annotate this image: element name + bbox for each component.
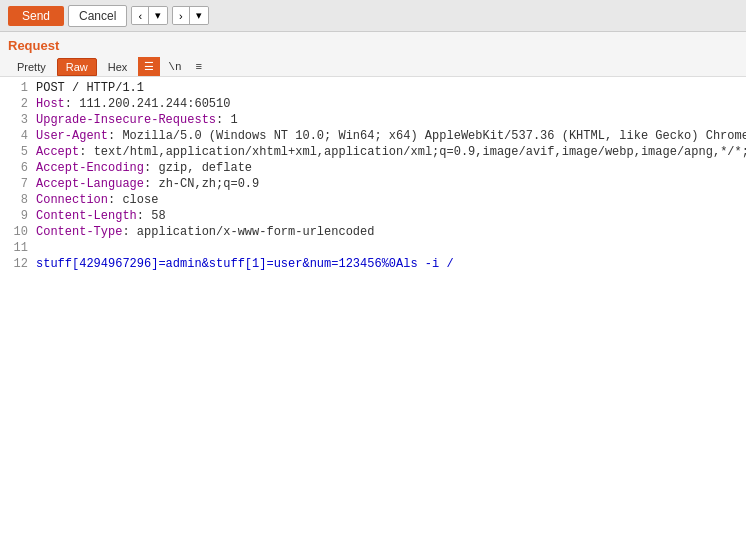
table-row: 9Content-Length: 58 [0, 209, 746, 225]
tab-request-filter-icon[interactable]: ☰ [138, 57, 160, 76]
request-tabs: Pretty Raw Hex ☰ \n ≡ [8, 57, 746, 76]
line-number: 12 [4, 257, 28, 273]
line-content: Host: 111.200.241.244:60510 [36, 97, 746, 113]
line-number: 3 [4, 113, 28, 129]
toolbar: Send Cancel ‹ ▾ › ▾ [0, 0, 746, 32]
table-row: 7Accept-Language: zh-CN,zh;q=0.9 [0, 177, 746, 193]
table-row: 1POST / HTTP/1.1 [0, 81, 746, 97]
line-number: 8 [4, 193, 28, 209]
table-row: 4User-Agent: Mozilla/5.0 (Windows NT 10.… [0, 129, 746, 145]
line-content: Content-Length: 58 [36, 209, 746, 225]
line-content: Accept-Language: zh-CN,zh;q=0.9 [36, 177, 746, 193]
line-content: Content-Type: application/x-www-form-url… [36, 225, 746, 241]
line-content: Accept: text/html,application/xhtml+xml,… [36, 145, 746, 161]
nav-up-button[interactable]: › [173, 7, 190, 24]
line-content: Upgrade-Insecure-Requests: 1 [36, 113, 746, 129]
line-content: POST / HTTP/1.1 [36, 81, 746, 97]
nav-down-button[interactable]: ▾ [190, 7, 208, 24]
request-content[interactable]: 1POST / HTTP/1.12Host: 111.200.241.244:6… [0, 77, 746, 559]
nav-back-button[interactable]: ‹ [132, 7, 149, 24]
tab-request-hex[interactable]: Hex [99, 58, 137, 76]
send-button[interactable]: Send [8, 6, 64, 26]
main-content: Request Pretty Raw Hex ☰ \n ≡ 1POST / HT… [0, 32, 746, 559]
tab-request-pretty[interactable]: Pretty [8, 58, 55, 76]
line-content: User-Agent: Mozilla/5.0 (Windows NT 10.0… [36, 129, 746, 145]
line-number: 10 [4, 225, 28, 241]
line-number: 6 [4, 161, 28, 177]
line-content: stuff[4294967296]=admin&stuff[1]=user&nu… [36, 257, 746, 273]
table-row: 11 [0, 241, 746, 257]
nav-back-fwd-group: ‹ ▾ [131, 6, 168, 25]
table-row: 8Connection: close [0, 193, 746, 209]
nav-fwd-button[interactable]: ▾ [149, 7, 167, 24]
table-row: 3Upgrade-Insecure-Requests: 1 [0, 113, 746, 129]
line-number: 4 [4, 129, 28, 145]
request-panel: Request Pretty Raw Hex ☰ \n ≡ 1POST / HT… [0, 32, 746, 559]
line-number: 9 [4, 209, 28, 225]
table-row: 6Accept-Encoding: gzip, deflate [0, 161, 746, 177]
line-content: Accept-Encoding: gzip, deflate [36, 161, 746, 177]
line-content [36, 241, 746, 257]
line-number: 2 [4, 97, 28, 113]
nav-up-down-group: › ▾ [172, 6, 209, 25]
line-number: 11 [4, 241, 28, 257]
table-row: 5Accept: text/html,application/xhtml+xml… [0, 145, 746, 161]
line-number: 7 [4, 177, 28, 193]
line-number: 1 [4, 81, 28, 97]
request-title: Request [8, 38, 746, 53]
table-row: 12stuff[4294967296]=admin&stuff[1]=user&… [0, 257, 746, 273]
line-content: Connection: close [36, 193, 746, 209]
tab-request-ln-icon[interactable]: \n [162, 58, 187, 76]
table-row: 2Host: 111.200.241.244:60510 [0, 97, 746, 113]
cancel-button[interactable]: Cancel [68, 5, 127, 27]
line-number: 5 [4, 145, 28, 161]
request-header: Request Pretty Raw Hex ☰ \n ≡ [0, 32, 746, 77]
tab-request-raw[interactable]: Raw [57, 58, 97, 76]
table-row: 10Content-Type: application/x-www-form-u… [0, 225, 746, 241]
tab-request-menu-icon[interactable]: ≡ [190, 58, 209, 76]
